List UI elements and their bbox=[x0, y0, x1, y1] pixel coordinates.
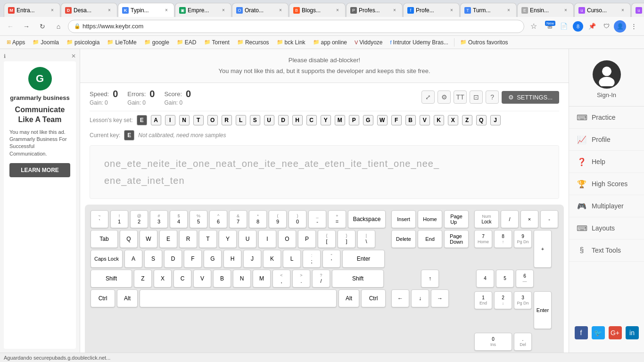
sidebar-item-layouts[interactable]: ⌨ Layouts bbox=[569, 217, 644, 239]
key-bracket-l[interactable]: {[ bbox=[318, 230, 336, 248]
tab-blogs[interactable]: B Blogs... × bbox=[289, 3, 346, 17]
forward-button[interactable]: → bbox=[20, 20, 33, 33]
bookmark-google[interactable]: 📁 google bbox=[141, 38, 172, 47]
key-arrow-up[interactable]: ↑ bbox=[421, 270, 439, 288]
signin-label[interactable]: Sign-In bbox=[597, 91, 616, 99]
key-x[interactable]: X bbox=[154, 270, 172, 288]
numpad-1[interactable]: 1End bbox=[474, 291, 492, 309]
numpad-minus[interactable]: - bbox=[540, 210, 558, 228]
tab-profe1[interactable]: P Profes... × bbox=[346, 3, 403, 17]
numpad-8[interactable]: 8↑ bbox=[494, 230, 512, 248]
menu-button[interactable]: ⋮ bbox=[627, 20, 640, 33]
key-c[interactable]: C bbox=[173, 270, 191, 288]
tab-ensin[interactable]: E Ensin... × bbox=[517, 3, 574, 17]
key-z[interactable]: Z bbox=[134, 270, 152, 288]
tab-close-empre[interactable]: × bbox=[220, 7, 227, 14]
bookmark-star-button[interactable]: ☆ bbox=[527, 20, 540, 33]
key-f[interactable]: F bbox=[184, 250, 202, 268]
key-a[interactable]: A bbox=[124, 250, 142, 268]
key-p[interactable]: P bbox=[298, 230, 316, 248]
bookmark-ead[interactable]: 📁 EAD bbox=[174, 38, 199, 47]
key-9[interactable]: (9 bbox=[269, 210, 287, 228]
key-tab[interactable]: Tab bbox=[91, 230, 118, 248]
facebook-icon[interactable]: f bbox=[575, 326, 588, 339]
key-ctrl-right[interactable]: Ctrl bbox=[361, 289, 386, 307]
key-insert[interactable]: Insert bbox=[391, 210, 416, 228]
tab-curso2[interactable]: u Curso... × bbox=[631, 3, 644, 17]
key-l[interactable]: L bbox=[283, 250, 301, 268]
key-2[interactable]: @2 bbox=[130, 210, 148, 228]
expand-button[interactable]: ⤢ bbox=[421, 90, 435, 104]
key-h[interactable]: H bbox=[223, 250, 241, 268]
key-u[interactable]: U bbox=[239, 230, 256, 248]
twitter-icon[interactable]: 🐦 bbox=[592, 326, 605, 339]
key-y[interactable]: Y bbox=[219, 230, 237, 248]
key-quote[interactable]: "' bbox=[322, 250, 340, 268]
address-bar[interactable]: 🔒 https://www.keybr.com bbox=[68, 20, 524, 33]
layout-button[interactable]: ⊡ bbox=[470, 90, 483, 104]
tab-close-keybr[interactable]: × bbox=[163, 7, 170, 14]
sidebar-item-highscores[interactable]: 🏆 High Scores bbox=[569, 173, 644, 195]
numpad-slash[interactable]: / bbox=[501, 210, 519, 228]
key-i[interactable]: I bbox=[258, 230, 276, 248]
tab-orato[interactable]: O Orato... × bbox=[232, 3, 289, 17]
tab-gmail[interactable]: M Entra... × bbox=[4, 3, 60, 17]
key-spacebar[interactable] bbox=[140, 289, 337, 307]
key-g[interactable]: G bbox=[204, 250, 222, 268]
bookmark-joomla[interactable]: 📁 Joomla bbox=[30, 38, 62, 47]
typing-display[interactable]: one_ete_neite_ite_one_neat_one_ite_nee_a… bbox=[90, 145, 559, 199]
linkedin-icon[interactable]: in bbox=[626, 326, 639, 339]
key-enter[interactable]: Enter bbox=[342, 250, 385, 268]
numpad-7[interactable]: 7Home bbox=[474, 230, 492, 248]
tab-close-ensin[interactable]: × bbox=[562, 7, 570, 14]
profile-button[interactable]: 👤 bbox=[614, 20, 626, 33]
sidebar-item-practice[interactable]: ⌨ Practice bbox=[569, 107, 644, 129]
share-button[interactable]: 📄 bbox=[557, 20, 570, 33]
numpad-5[interactable]: 5 bbox=[496, 270, 514, 288]
key-alt-left[interactable]: Alt bbox=[117, 289, 138, 307]
key-d[interactable]: D bbox=[164, 250, 182, 268]
bookmark-lietome[interactable]: 📁 LieToMe bbox=[104, 38, 139, 47]
key-7[interactable]: &7 bbox=[229, 210, 247, 228]
key-j[interactable]: J bbox=[243, 250, 261, 268]
key-backslash[interactable]: |\ bbox=[357, 230, 375, 248]
sidebar-item-help[interactable]: ❓ Help bbox=[569, 151, 644, 173]
ext2-button[interactable]: 🛡 bbox=[600, 20, 613, 33]
bookmark-psicologia[interactable]: 📁 psicologia bbox=[64, 38, 102, 47]
key-alt-right[interactable]: Alt bbox=[339, 289, 359, 307]
key-t[interactable]: T bbox=[199, 230, 217, 248]
key-equals[interactable]: += bbox=[328, 210, 346, 228]
numpad-4[interactable]: 4 bbox=[476, 270, 494, 288]
numpad-multiply[interactable]: × bbox=[520, 210, 538, 228]
key-6[interactable]: ^6 bbox=[209, 210, 227, 228]
key-shift-left[interactable]: Shift bbox=[91, 270, 132, 288]
tab-close-gmail[interactable]: × bbox=[49, 7, 56, 14]
key-backspace[interactable]: Backspace bbox=[348, 210, 386, 228]
sidebar-item-multiplayer[interactable]: 🎮 Multiplayer bbox=[569, 195, 644, 217]
key-e[interactable]: E bbox=[159, 230, 177, 248]
tab-close-profe2[interactable]: × bbox=[448, 7, 455, 14]
key-0[interactable]: )0 bbox=[289, 210, 306, 228]
key-arrow-right[interactable]: → bbox=[431, 289, 449, 307]
key-w[interactable]: W bbox=[140, 230, 157, 248]
tab-close-desa[interactable]: × bbox=[106, 7, 113, 14]
key-shift-right[interactable]: Shift bbox=[332, 270, 384, 288]
tab-close-orato[interactable]: × bbox=[277, 7, 284, 14]
settings-button[interactable]: ⚙ SETTINGS... bbox=[502, 91, 559, 104]
numpad-2[interactable]: 2↓ bbox=[494, 291, 512, 309]
key-v[interactable]: V bbox=[193, 270, 211, 288]
ad-cta-button[interactable]: LEARN MORE bbox=[9, 163, 70, 177]
tab-desa[interactable]: D Desa... × bbox=[61, 3, 117, 17]
google-plus-icon[interactable]: G+ bbox=[609, 326, 622, 339]
settings-toggle[interactable]: ⚙ bbox=[438, 90, 451, 104]
tab-close-blogs[interactable]: × bbox=[334, 7, 341, 14]
key-home[interactable]: Home bbox=[418, 210, 442, 228]
key-ctrl-left[interactable]: Ctrl bbox=[91, 289, 115, 307]
tab-turm[interactable]: T Turm... × bbox=[460, 3, 517, 17]
key-k[interactable]: K bbox=[263, 250, 281, 268]
ad-info-icon[interactable]: ℹ bbox=[4, 53, 6, 59]
key-semicolon[interactable]: :; bbox=[303, 250, 321, 268]
bookmark-apps[interactable]: ⊞ Apps bbox=[4, 38, 28, 47]
key-minus[interactable]: _- bbox=[308, 210, 326, 228]
key-5[interactable]: %5 bbox=[190, 210, 207, 228]
